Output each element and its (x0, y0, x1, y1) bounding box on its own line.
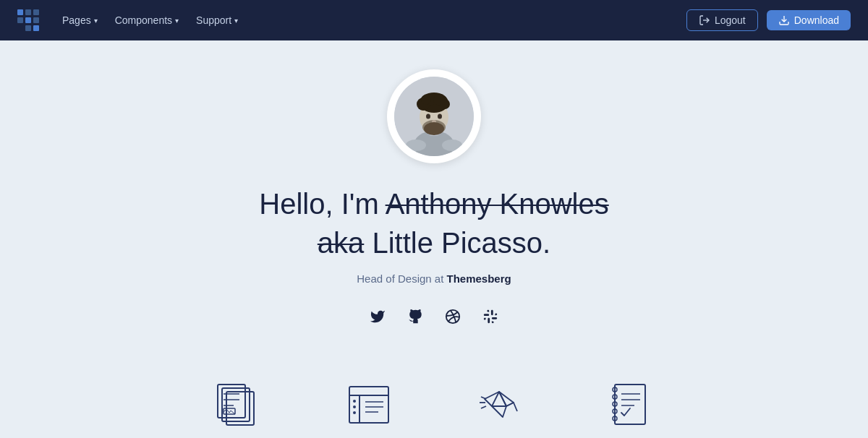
avatar (387, 69, 481, 163)
prototyping-icon (344, 381, 394, 428)
download-button[interactable]: Download (767, 10, 851, 30)
svg-point-11 (440, 99, 450, 109)
twitter-link[interactable] (366, 305, 389, 328)
download-icon (778, 14, 790, 26)
nav-links: Pages ▾ Components ▾ Support ▾ (62, 14, 238, 26)
logout-icon (699, 14, 710, 26)
prototyping-icon-container (340, 379, 398, 429)
svg-point-16 (424, 122, 444, 135)
navbar-left: Pages ▾ Components ▾ Support ▾ (17, 9, 238, 31)
svg-rect-26 (224, 408, 235, 414)
svg-line-41 (481, 397, 486, 399)
avatar-image (394, 77, 474, 156)
navbar: Pages ▾ Components ▾ Support ▾ Logout (0, 0, 868, 40)
svg-point-13 (426, 114, 430, 119)
svg-point-38 (353, 405, 356, 408)
development-icon (474, 381, 524, 428)
hero-subtitle: Head of Design at Themesberg (357, 272, 511, 285)
twitter-icon (370, 309, 386, 325)
github-link[interactable] (404, 305, 427, 328)
skill-prototyping: Prototyping (326, 379, 412, 438)
dribbble-link[interactable] (441, 305, 464, 328)
skill-development: Development (456, 379, 542, 438)
navbar-right: Logout Download (686, 9, 851, 31)
dribbble-icon (445, 309, 461, 325)
support-chevron-icon: ▾ (234, 17, 238, 25)
svg-point-37 (353, 400, 356, 403)
nav-pages[interactable]: Pages ▾ (62, 14, 98, 26)
product-design-icon (213, 381, 264, 428)
skills-row: Product Design (195, 379, 673, 438)
avatar-svg (394, 77, 474, 156)
svg-point-17 (406, 139, 426, 151)
hero-name-strikethrough: Anthony Knowles (386, 188, 609, 220)
logout-button[interactable]: Logout (686, 9, 758, 31)
svg-line-42 (481, 406, 486, 408)
slack-link[interactable] (479, 305, 502, 328)
svg-point-18 (442, 139, 462, 151)
svg-rect-43 (615, 385, 645, 424)
svg-point-14 (438, 114, 442, 119)
hero-aka-strikethrough: aka (318, 227, 365, 259)
nav-support[interactable]: Support ▾ (196, 14, 238, 26)
svg-line-29 (229, 411, 231, 413)
svg-point-39 (353, 411, 356, 414)
nav-components[interactable]: Components ▾ (115, 14, 179, 26)
social-icons (366, 305, 502, 328)
svg-rect-31 (349, 387, 388, 423)
skill-team-lead: Team Lead (586, 379, 673, 438)
github-icon (407, 309, 423, 325)
main-content: Hello, I'm Anthony Knowles aka Little Pi… (0, 40, 868, 438)
development-icon-container (470, 379, 528, 429)
hero-heading-line1: Hello, I'm Anthony Knowles (259, 186, 608, 221)
product-design-icon-container (210, 379, 268, 429)
svg-point-12 (421, 95, 431, 105)
pages-chevron-icon: ▾ (94, 17, 98, 25)
components-chevron-icon: ▾ (175, 17, 179, 25)
skill-product-design: Product Design (195, 379, 282, 438)
team-lead-icon (604, 381, 655, 428)
hero-heading-line2: aka Little Picasso. (318, 227, 550, 259)
logo (17, 9, 39, 31)
team-lead-icon-container (600, 379, 658, 429)
slack-icon (482, 309, 498, 325)
